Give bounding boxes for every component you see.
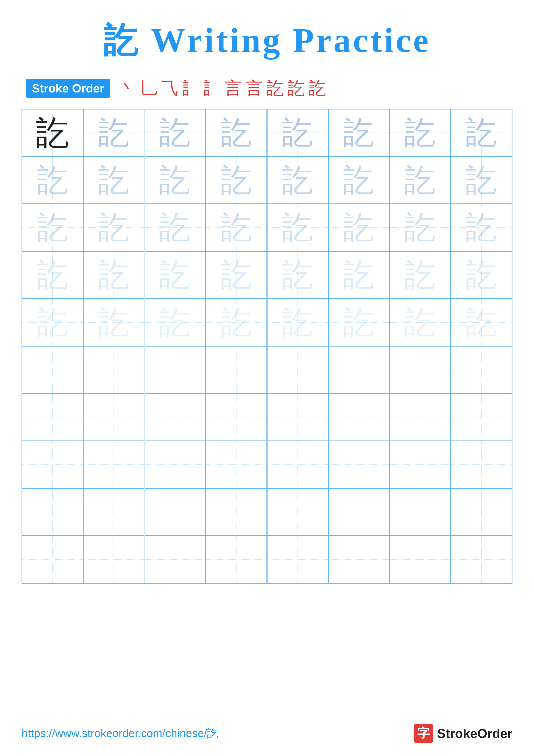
grid-cell[interactable] [144, 441, 206, 488]
grid-cell: 訖 [390, 204, 451, 251]
grid-cell: 訖 [451, 156, 512, 204]
grid-cell[interactable] [390, 346, 451, 393]
char-fade: 訖 [159, 206, 191, 249]
grid-cell[interactable] [22, 393, 83, 441]
grid-cell[interactable] [206, 441, 267, 488]
page-title: 訖 Writing Practice [103, 17, 431, 64]
grid-cell[interactable] [83, 346, 144, 393]
grid-cell[interactable] [144, 393, 206, 441]
grid-cell: 訖 [267, 156, 328, 204]
grid-cell[interactable] [328, 536, 390, 583]
grid-cell[interactable] [206, 488, 267, 536]
stroke-6: 言 [224, 77, 242, 100]
footer-url[interactable]: https://www.strokeorder.com/chinese/訖 [21, 726, 218, 741]
char-fade: 訖 [405, 159, 436, 201]
logo-icon: 字 [414, 724, 433, 743]
grid-cell[interactable] [22, 488, 83, 536]
grid-cell: 訖 [451, 251, 512, 299]
grid-cell: 訖 [22, 251, 83, 299]
grid-cell[interactable] [83, 393, 144, 441]
grid-cell: 訖 [144, 204, 206, 251]
grid-cell: 訖 [144, 109, 206, 156]
grid-cell: 訖 [83, 299, 144, 346]
grid-cell: 訖 [83, 109, 144, 156]
grid-cell[interactable] [267, 393, 328, 441]
stroke-9: 訖 [288, 77, 305, 100]
char-fade: 訖 [159, 159, 191, 201]
char-fade: 訖 [98, 301, 129, 343]
grid-cell: 訖 [328, 109, 390, 156]
grid-cell: 訖 [328, 251, 390, 299]
grid-cell: 訖 [206, 109, 267, 156]
stroke-5: 訁 [203, 77, 220, 100]
char-fade: 訖 [466, 301, 497, 343]
char-fade: 訖 [343, 254, 374, 296]
grid-cell[interactable] [267, 536, 328, 583]
char-fade: 訖 [405, 254, 436, 296]
grid-cell: 訖 [83, 251, 144, 299]
grid-cell: 訖 [451, 299, 512, 346]
char-fade: 訖 [98, 254, 129, 296]
grid-cell[interactable] [451, 488, 512, 536]
grid-cell[interactable] [267, 441, 328, 488]
char-fade: 訖 [405, 206, 436, 249]
grid-cell[interactable] [390, 488, 451, 536]
grid-cell: 訖 [206, 204, 267, 251]
grid-cell[interactable] [144, 488, 206, 536]
grid-cell[interactable] [83, 441, 144, 488]
practice-grid: 訖 訖 訖 訖 訖 訖 訖 訖 訖 訖 訖 訖 訖 訖 訖 訖 訖 訖 訖 訖 … [21, 109, 513, 583]
grid-cell[interactable] [144, 346, 206, 393]
footer-logo: 字 StrokeOrder [414, 724, 513, 743]
grid-cell[interactable] [22, 536, 83, 583]
grid-cell: 訖 [451, 204, 512, 251]
char-fade: 訖 [37, 301, 68, 343]
grid-cell[interactable] [328, 393, 390, 441]
grid-cell[interactable] [267, 488, 328, 536]
grid-cell[interactable] [451, 393, 512, 441]
grid-cell[interactable] [83, 488, 144, 536]
char-fade: 訖 [405, 301, 436, 343]
grid-cell[interactable] [390, 393, 451, 441]
stroke-3: ⺄ [161, 77, 178, 100]
stroke-sequence: 丶 ⺃ ⺄ 訁 訁 言 言 訖 訖 訖 [119, 77, 326, 100]
grid-cell: 訖 [390, 109, 451, 156]
stroke-10: 訖 [309, 77, 326, 100]
grid-cell[interactable] [206, 346, 267, 393]
grid-cell[interactable] [390, 441, 451, 488]
grid-cell[interactable] [328, 346, 390, 393]
char-fade: 訖 [221, 159, 252, 201]
grid-cell[interactable] [451, 346, 512, 393]
char-fade: 訖 [221, 112, 252, 154]
char-fade: 訖 [37, 206, 68, 249]
char-fade: 訖 [98, 206, 129, 249]
stroke-2: ⺃ [140, 77, 157, 100]
grid-cell[interactable] [390, 536, 451, 583]
grid-cell[interactable] [267, 346, 328, 393]
grid-cell[interactable] [83, 536, 144, 583]
char-fade: 訖 [159, 301, 191, 343]
page-container: 訖 Writing Practice Stroke Order 丶 ⺃ ⺄ 訁 … [0, 0, 534, 756]
logo-text: StrokeOrder [437, 726, 513, 741]
char-fade: 訖 [343, 206, 374, 249]
char-main: 訖 [36, 110, 69, 155]
grid-cell: 訖 [22, 299, 83, 346]
grid-cell[interactable] [451, 441, 512, 488]
char-fade: 訖 [466, 159, 497, 201]
grid-cell[interactable] [22, 441, 83, 488]
char-fade: 訖 [466, 112, 497, 154]
grid-cell[interactable] [451, 536, 512, 583]
char-fade: 訖 [98, 112, 129, 154]
char-fade: 訖 [37, 159, 68, 201]
grid-cell: 訖 [328, 299, 390, 346]
char-fade: 訖 [37, 254, 68, 296]
grid-cell[interactable] [328, 488, 390, 536]
grid-cell: 訖 [206, 299, 267, 346]
grid-cell[interactable] [22, 346, 83, 393]
grid-cell[interactable] [206, 393, 267, 441]
grid-cell[interactable] [144, 536, 206, 583]
grid-cell[interactable] [328, 441, 390, 488]
grid-cell[interactable] [206, 536, 267, 583]
grid-cell: 訖 [144, 156, 206, 204]
char-fade: 訖 [221, 206, 252, 249]
grid-cell: 訖 [206, 156, 267, 204]
